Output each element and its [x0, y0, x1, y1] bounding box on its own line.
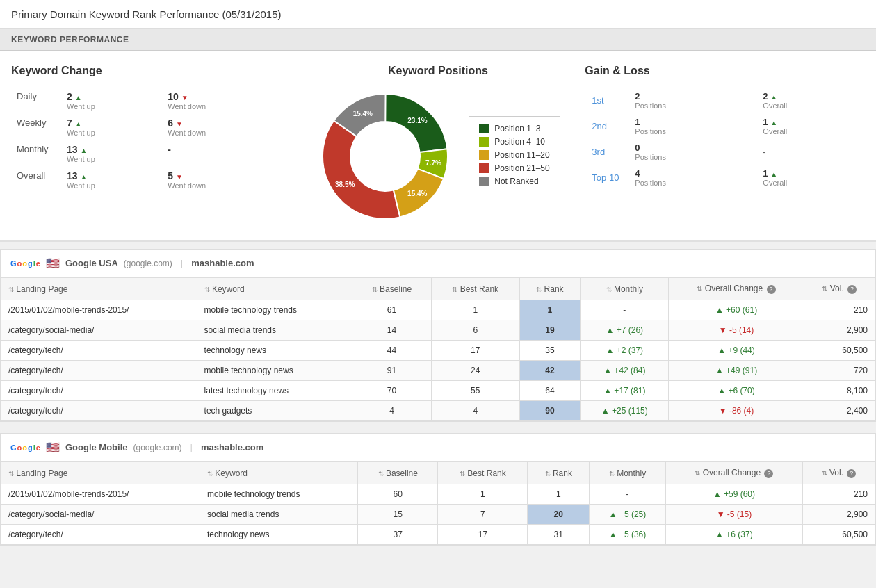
legend-item: Not Ranked [479, 177, 549, 186]
cell-keyword: mobile technology trends [200, 484, 358, 505]
gl-label: 3rd [586, 140, 628, 164]
table-col-header[interactable]: ⇅ Monthly [590, 462, 666, 484]
usa-flag: 🇺🇸 [46, 256, 60, 270]
cell-rank: 64 [519, 381, 580, 401]
gl-overall: 2 ▲ Overall [757, 88, 863, 113]
kw-change-up: 13 ▲ Went up [63, 141, 162, 166]
cell-landing: /category/tech/ [1, 341, 197, 361]
table-col-header[interactable]: ⇅ Landing Page [1, 462, 200, 484]
cell-landing: /2015/01/02/mobile-trends-2015/ [1, 484, 200, 505]
cell-landing: /category/tech/ [1, 525, 200, 545]
cell-vol: 60,500 [802, 525, 875, 545]
table-col-header[interactable]: ⇅ Overall Change ? [665, 462, 802, 484]
table-col-header[interactable]: ⇅ Landing Page [1, 278, 197, 300]
table-row: /category/tech/ technology news 37 17 31… [1, 525, 875, 545]
cell-overall: ▼ -5 (15) [665, 505, 802, 525]
cell-keyword: social media trends [197, 320, 352, 341]
table-col-header[interactable]: ⇅ Keyword [197, 278, 352, 300]
gl-label: 2nd [586, 114, 628, 138]
google-mobile-header: Google 🇺🇸 Google Mobile (google.com) | m… [1, 434, 875, 462]
cell-best-rank: 1 [431, 300, 519, 320]
cell-baseline: 4 [352, 401, 432, 421]
kw-change-up: 2 ▲ Went up [63, 88, 162, 113]
table-col-header[interactable]: ⇅ Keyword [200, 462, 358, 484]
table-col-header[interactable]: ⇅ Vol. ? [802, 462, 875, 484]
table-col-header[interactable]: ⇅ Best Rank [431, 278, 519, 300]
cell-monthly: ▲ +42 (84) [581, 361, 669, 381]
cell-best-rank: 6 [431, 320, 519, 341]
cell-landing: /2015/01/02/mobile-trends-2015/ [1, 300, 197, 320]
google-mobile-icon: Google [10, 443, 40, 452]
table-col-header[interactable]: ⇅ Rank [519, 278, 580, 300]
page-title: Primary Domain Keyword Rank Performance … [0, 0, 876, 29]
cell-keyword: technology news [197, 341, 352, 361]
legend-item: Position 1–3 [479, 124, 549, 133]
legend-item: Position 11–20 [479, 150, 549, 160]
kw-change-down: - [163, 141, 289, 166]
cell-monthly: ▲ +2 (37) [581, 341, 669, 361]
gain-loss-table: 1st 2 Positions 2 ▲ Overall 2nd 1 Positi… [585, 87, 865, 191]
gl-label: 1st [586, 88, 628, 113]
google-mobile-domain: (google.com) [133, 443, 182, 452]
cell-vol: 2,400 [804, 401, 875, 421]
cell-vol: 8,100 [804, 381, 875, 401]
cell-landing: /category/tech/ [1, 381, 197, 401]
cell-vol: 60,500 [804, 341, 875, 361]
table-col-header[interactable]: ⇅ Baseline [358, 462, 438, 484]
cell-overall: ▼ -86 (4) [669, 401, 804, 421]
google-mobile-site: mashable.com [201, 442, 263, 452]
cell-overall: ▲ +6 (37) [665, 525, 802, 545]
cell-rank: 31 [528, 525, 590, 545]
svg-text:15.4%: 15.4% [353, 110, 373, 117]
mobile-flag: 🇺🇸 [46, 441, 60, 454]
kw-change-table: Daily 2 ▲ Went up 10 ▼ Went down Weekly … [11, 87, 291, 194]
cell-baseline: 61 [352, 300, 432, 320]
cell-rank: 1 [519, 300, 580, 320]
table-row: /category/tech/ technology news 44 17 35… [1, 341, 875, 361]
kw-change-down: 10 ▼ Went down [163, 88, 289, 113]
google-usa-name: Google USA [65, 258, 118, 268]
cell-monthly: - [581, 300, 669, 320]
table-row: /category/tech/ tech gadgets 4 4 90 ▲ +2… [1, 401, 875, 421]
google-usa-section: Google 🇺🇸 Google USA (google.com) | mash… [0, 249, 876, 422]
cell-overall: ▼ -5 (14) [669, 320, 804, 341]
cell-landing: /category/social-media/ [1, 320, 197, 341]
table-row: /category/social-media/ social media tre… [1, 505, 875, 525]
cell-monthly: ▲ +17 (81) [581, 381, 669, 401]
cell-keyword: mobile technology trends [197, 300, 352, 320]
cell-monthly: - [590, 484, 666, 505]
gl-positions: 1 Positions [629, 114, 756, 138]
table-row: /category/tech/ mobile technology news 9… [1, 361, 875, 381]
gl-positions: 4 Positions [629, 165, 756, 190]
svg-point-5 [350, 122, 420, 191]
cell-landing: /category/tech/ [1, 361, 197, 381]
cell-best-rank: 55 [431, 381, 519, 401]
cell-baseline: 37 [358, 525, 438, 545]
legend-item: Position 4–10 [479, 137, 549, 147]
kw-change-label: Overall [13, 168, 61, 193]
svg-text:15.4%: 15.4% [407, 190, 427, 197]
gl-positions: 2 Positions [629, 88, 756, 113]
legend-item: Position 21–50 [479, 163, 549, 173]
cell-keyword: social media trends [200, 505, 358, 525]
cell-baseline: 15 [358, 505, 438, 525]
google-usa-table: ⇅ Landing Page⇅ Keyword⇅ Baseline⇅ Best … [1, 277, 875, 421]
table-col-header[interactable]: ⇅ Best Rank [438, 462, 528, 484]
kw-change-up: 7 ▲ Went up [63, 115, 162, 140]
keyword-positions-section: Keyword Positions 23.1%7.7%15.4%38.5%15.… [298, 65, 578, 226]
cell-keyword: latest technology news [197, 381, 352, 401]
cell-keyword: technology news [200, 525, 358, 545]
gl-overall: 1 ▲ Overall [757, 114, 863, 138]
google-icon: Google [10, 259, 40, 268]
section-header: KEYWORD PERFORMANCE [0, 29, 876, 51]
table-col-header[interactable]: ⇅ Baseline [352, 278, 432, 300]
table-col-header[interactable]: ⇅ Vol. ? [804, 278, 875, 300]
table-col-header[interactable]: ⇅ Overall Change ? [669, 278, 804, 300]
google-mobile-name: Google Mobile [65, 442, 128, 452]
table-col-header[interactable]: ⇅ Rank [528, 462, 590, 484]
table-col-header[interactable]: ⇅ Monthly [581, 278, 669, 300]
cell-baseline: 14 [352, 320, 432, 341]
cell-best-rank: 24 [431, 361, 519, 381]
cell-vol: 2,900 [804, 320, 875, 341]
cell-rank: 20 [528, 505, 590, 525]
